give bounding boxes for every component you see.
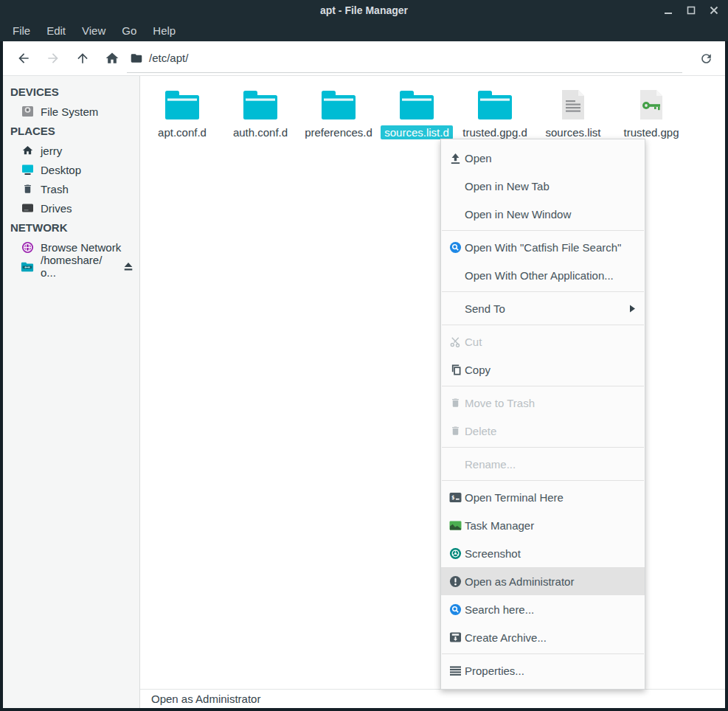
network-share-icon xyxy=(21,260,34,272)
maximize-icon xyxy=(687,6,696,15)
close-button[interactable] xyxy=(709,5,719,15)
home-button[interactable] xyxy=(97,44,127,73)
home-icon xyxy=(105,51,119,66)
forward-icon xyxy=(46,51,60,66)
sidebar: DEVICESFile SystemPLACESjerryDesktopTras… xyxy=(3,76,140,708)
text-file-icon xyxy=(559,87,587,121)
menu-item-label: Rename... xyxy=(465,458,516,471)
menubar-item-help[interactable]: Help xyxy=(145,20,184,41)
menu-separator xyxy=(442,480,644,481)
menu-item-label: Open Terminal Here xyxy=(465,491,564,504)
toolbar: /etc/apt/ xyxy=(3,41,725,76)
menu-item-label: Open in New Tab xyxy=(465,180,550,193)
up-icon xyxy=(75,51,90,66)
screenshot-icon xyxy=(449,547,462,560)
open-icon xyxy=(449,152,462,164)
sidebar-item-label: jerry xyxy=(41,145,62,157)
desktop-icon xyxy=(21,164,34,176)
drives-icon xyxy=(21,202,34,214)
sidebar-item-jerry[interactable]: jerry xyxy=(3,141,139,160)
folder-icon xyxy=(320,87,357,121)
path-text[interactable]: /etc/apt/ xyxy=(149,52,188,64)
key-file-icon xyxy=(637,87,665,121)
menu-item-move-to-trash: Move to Trash xyxy=(441,389,645,417)
sidebar-item-label: Browse Network xyxy=(41,241,121,254)
menu-item-label: Open in New Window xyxy=(465,208,571,221)
menu-item-label: Cut xyxy=(465,336,482,348)
trash-menu-icon xyxy=(449,397,462,409)
sidebar-item-label: File System xyxy=(41,105,98,118)
menu-item-screenshot[interactable]: Screenshot xyxy=(441,539,645,567)
eject-button[interactable] xyxy=(123,262,134,271)
menu-item-label: Screenshot xyxy=(465,547,521,560)
menu-item-open-as-administrator[interactable]: Open as Administrator xyxy=(441,567,645,595)
up-button[interactable] xyxy=(68,44,97,73)
menu-item-open-with-catfish-file-search[interactable]: Open With "Catfish File Search" xyxy=(441,233,645,261)
menu-item-open-in-new-tab[interactable]: Open in New Tab xyxy=(441,172,645,200)
close-icon xyxy=(710,6,718,15)
menu-item-search-here[interactable]: Search here... xyxy=(441,595,645,623)
pathbar[interactable]: /etc/apt/ xyxy=(127,44,682,73)
menu-item-label: Create Archive... xyxy=(465,631,547,644)
maximize-button[interactable] xyxy=(686,5,696,15)
file-preferences-d[interactable]: preferences.d xyxy=(299,87,378,139)
file-manager-window: apt - File Manager FileEditViewGoHelp /e… xyxy=(0,0,728,711)
menu-item-rename: Rename... xyxy=(441,450,645,478)
file-label: sources.list.d xyxy=(381,125,453,139)
menu-item-label: Search here... xyxy=(465,603,534,616)
menu-separator xyxy=(442,325,644,325)
copy-icon xyxy=(449,364,462,376)
nav-buttons xyxy=(3,44,127,73)
menubar-item-view[interactable]: View xyxy=(74,20,114,41)
menu-item-label: Task Manager xyxy=(465,519,534,532)
submenu-arrow-icon xyxy=(629,305,636,313)
file-sources-list[interactable]: sources.list xyxy=(534,87,612,139)
menu-item-cut: Cut xyxy=(441,327,645,356)
sidebar-item-trash[interactable]: Trash xyxy=(3,179,139,198)
file-sources-list-d[interactable]: sources.list.d xyxy=(378,87,456,139)
file-label: preferences.d xyxy=(301,125,376,139)
file-label: trusted.gpg.d xyxy=(459,125,531,139)
reload-button[interactable] xyxy=(693,45,719,72)
file-trusted-gpg[interactable]: trusted.gpg xyxy=(612,87,690,139)
menubar-item-file[interactable]: File xyxy=(4,20,38,41)
menu-item-send-to[interactable]: Send To xyxy=(441,294,645,322)
menu-item-label: Properties... xyxy=(465,665,524,677)
file-auth-conf-d[interactable]: auth.conf.d xyxy=(221,87,299,139)
menubar: FileEditViewGoHelp xyxy=(0,20,728,41)
menu-item-task-manager[interactable]: Task Manager xyxy=(441,511,645,539)
sidebar-item-label: Drives xyxy=(41,202,72,215)
forward-button[interactable] xyxy=(38,44,68,73)
file-trusted-gpg-d[interactable]: trusted.gpg.d xyxy=(456,87,534,139)
file-label: apt.conf.d xyxy=(154,125,210,139)
menu-item-open-in-new-window[interactable]: Open in New Window xyxy=(441,200,645,228)
menu-item-open-terminal-here[interactable]: $Open Terminal Here xyxy=(441,483,645,511)
menu-item-create-archive[interactable]: Create Archive... xyxy=(441,623,645,651)
folder-icon xyxy=(164,87,201,121)
menu-item-properties[interactable]: Properties... xyxy=(441,656,645,684)
menu-item-label: Send To xyxy=(465,302,505,315)
menubar-item-go[interactable]: Go xyxy=(114,20,145,41)
sidebar-item-drives[interactable]: Drives xyxy=(3,198,139,218)
filesystem-icon xyxy=(21,105,34,117)
minimize-button[interactable] xyxy=(663,5,673,15)
terminal-icon: $ xyxy=(449,491,462,504)
menu-item-open-with-other-application[interactable]: Open With Other Application... xyxy=(441,261,645,289)
folder-icon xyxy=(130,52,143,64)
menubar-item-edit[interactable]: Edit xyxy=(38,20,74,41)
catfish-search-icon xyxy=(449,241,462,254)
sidebar-item-label: Trash xyxy=(41,183,69,195)
menu-item-open[interactable]: Open xyxy=(441,144,645,172)
menu-item-label: Move to Trash xyxy=(465,397,535,409)
back-button[interactable] xyxy=(9,44,38,73)
menu-item-label: Open as Administrator xyxy=(465,575,574,588)
no-icon-spacer xyxy=(449,269,462,282)
sidebar-item-homeshare-o[interactable]: /homeshare/ o... xyxy=(3,257,139,276)
menu-item-label: Delete xyxy=(465,425,496,437)
sidebar-item-file-system[interactable]: File System xyxy=(3,102,139,121)
menu-item-label: Copy xyxy=(465,364,490,376)
sidebar-item-desktop[interactable]: Desktop xyxy=(3,160,139,179)
file-apt-conf-d[interactable]: apt.conf.d xyxy=(143,87,221,139)
status-text: Open as Administrator xyxy=(140,693,260,705)
menu-item-copy[interactable]: Copy xyxy=(441,356,645,384)
